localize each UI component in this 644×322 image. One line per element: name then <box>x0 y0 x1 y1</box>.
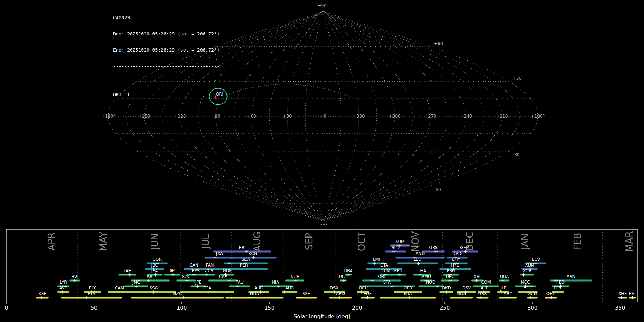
shower-code-label: AUR <box>285 286 294 291</box>
shower-code-label: COM <box>481 280 491 285</box>
shower-code-label: SCC <box>524 286 532 291</box>
longitude-label: +90 <box>211 114 220 119</box>
shower-code-label: JXA <box>216 251 223 256</box>
longitude-label: +30 <box>283 114 292 119</box>
shower-code-label: SZC <box>182 274 190 279</box>
shower-code-label: CTA <box>380 263 388 268</box>
shower-code-label: PAU <box>235 280 243 285</box>
shower-iip: IIP <box>164 268 180 277</box>
shower-code-label: EGE <box>364 291 372 296</box>
x-tick-label: 0 <box>5 305 8 311</box>
shower-code-label: CAP <box>219 274 227 279</box>
shower-bar <box>527 297 537 299</box>
shower-code-label: STA <box>383 280 391 285</box>
shower-bar <box>380 297 436 299</box>
shower-bar <box>61 297 122 299</box>
shower-bar <box>229 286 250 287</box>
shower-hvi: HVI <box>69 274 80 282</box>
shower-bar <box>422 251 445 253</box>
shower-bar <box>439 268 471 270</box>
shower-code-label: XCB <box>523 268 531 273</box>
shower-code-label: PPS <box>192 268 200 273</box>
shower-code-label: AHY <box>504 291 513 296</box>
shower-code-label: NTA <box>404 291 412 296</box>
month-label-jul: JUL <box>200 234 211 250</box>
shower-code-label: JBC <box>151 263 158 268</box>
x-tick-label: 300 <box>527 305 538 311</box>
shower-code-label: MON <box>457 291 467 296</box>
shower-bar <box>385 251 406 253</box>
shower-code-label: AND <box>416 251 425 256</box>
sky-map: +90°-90°+60+30-30-60+180°+150+120+90+60+… <box>0 0 644 225</box>
shower-bar <box>108 291 131 293</box>
shower-code-label: AAN <box>566 274 575 279</box>
month-label-aug: AUG <box>252 231 263 252</box>
shower-gum: GUM <box>527 291 537 299</box>
shower-code-label: OCU <box>358 286 368 291</box>
shower-code-label: AUD <box>254 286 263 291</box>
shower-code-label: ECV <box>532 257 540 262</box>
shower-code-label: ORI <box>378 274 385 279</box>
meteor-plot-window: CA0023 Beg: 20251020 05:26:29 (sol = 206… <box>0 0 644 322</box>
shower-bar <box>131 297 224 299</box>
shower-code-label: NDA <box>250 291 259 296</box>
x-tick-label: 100 <box>177 305 187 311</box>
longitude-label: +330 <box>353 114 365 119</box>
month-label-mar: MAR <box>624 231 635 252</box>
shower-code-label: PER <box>240 263 248 268</box>
shower-code-label: JPE <box>195 280 202 285</box>
shower-code-label: COR <box>153 257 162 262</box>
shower-code-label: JMC <box>132 280 140 285</box>
shower-code-label: NCC <box>521 280 530 285</box>
month-label-sep: SEP <box>304 233 314 250</box>
shower-code-label: FAN <box>206 263 214 268</box>
month-label-oct: OCT <box>356 232 367 252</box>
shower-code-label: NIA <box>272 280 279 285</box>
shower-bar <box>203 274 215 276</box>
shower-bar <box>119 274 136 276</box>
month-label-jan: JAN <box>519 234 530 250</box>
latitude-label: -60 <box>434 187 441 192</box>
radiant-label: ORI <box>216 92 223 97</box>
map-grid-labels: +90°-90°+60+30-30-60+180°+150+120+90+60+… <box>102 3 545 225</box>
x-tick-label: 50 <box>91 305 97 311</box>
shower-code-label: DPC <box>446 274 454 279</box>
shower-code-label: OER <box>404 286 412 291</box>
shower-code-label: URS <box>478 291 487 296</box>
shower-evi: EVI <box>629 291 636 299</box>
shower-code-label: LUM <box>382 268 390 273</box>
month-label-may: MAY <box>98 232 109 251</box>
shower-code-label: NOO <box>426 280 435 285</box>
shower-code-label: LEO <box>414 257 422 262</box>
shower-code-label: XVI <box>474 274 480 279</box>
shower-code-label: NUE <box>291 274 299 279</box>
shower-code-label: IIP <box>170 268 175 273</box>
activity-timeline: APRMAYJUNJULAUGSEPOCTNOVDECJANFEBMARKUME… <box>0 225 644 322</box>
shower-bar <box>450 297 473 299</box>
x-tick-label: 250 <box>440 305 450 311</box>
shower-code-label: KSE <box>38 291 46 296</box>
shower-bar <box>208 280 238 282</box>
shower-code-label: DSV <box>462 286 471 291</box>
pole-label: +90° <box>317 3 328 8</box>
shower-code-label: ERI <box>239 245 246 250</box>
shower-code-label: SSG <box>150 286 158 291</box>
shower-code-label: ZCS <box>205 268 213 273</box>
shower-oct: OCT <box>339 274 348 282</box>
month-label-apr: APR <box>46 232 57 251</box>
shower-pca: PCA <box>180 286 234 294</box>
shower-code-label: GEM <box>460 245 469 250</box>
shower-ohy: OHY <box>545 291 557 299</box>
shower-code-label: GUM <box>527 291 537 296</box>
shower-code-label: LYR <box>60 280 67 285</box>
shower-code-label: XUM <box>525 263 535 268</box>
shower-code-label: HVI <box>71 274 78 279</box>
shower-code-label: XHE <box>618 291 627 296</box>
x-tick-label: 150 <box>264 305 275 311</box>
shower-xhe: XHE <box>618 291 627 299</box>
shower-code-label: GDR <box>223 268 232 273</box>
month-label-feb: FEB <box>572 233 583 250</box>
shower-code-label: DSX <box>330 286 338 291</box>
shower-code-label: NZC <box>173 291 182 296</box>
shower-code-label: KUM <box>395 239 405 244</box>
